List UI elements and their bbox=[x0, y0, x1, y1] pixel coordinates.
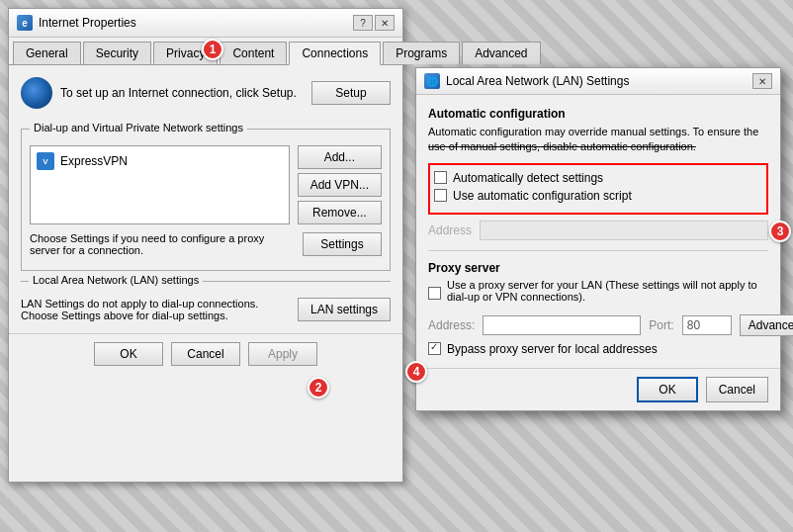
add-button[interactable]: Add... bbox=[298, 145, 382, 169]
window-controls: ? ✕ bbox=[353, 15, 395, 31]
bypass-label: Bypass proxy server for local addresses bbox=[447, 342, 658, 356]
lan-row: LAN Settings do not apply to dial-up con… bbox=[21, 298, 391, 321]
proxy-address-label: Address: bbox=[428, 318, 475, 332]
dialog-close-button[interactable]: ✕ bbox=[752, 73, 772, 89]
dialup-group-content: V ExpressVPN Add... Add VPN... Remove...… bbox=[22, 133, 390, 270]
dialog-footer: OK Cancel bbox=[416, 368, 780, 410]
vpn-list-row: V ExpressVPN Add... Add VPN... Remove... bbox=[30, 145, 382, 224]
lan-section: Local Area Network (LAN) settings LAN Se… bbox=[21, 281, 391, 321]
window-title: Internet Properties bbox=[39, 16, 136, 30]
auto-config-checkboxes: Automatically detect settings Use automa… bbox=[428, 163, 768, 215]
remove-button[interactable]: Remove... bbox=[298, 201, 382, 224]
bypass-row: Bypass proxy server for local addresses bbox=[428, 342, 768, 356]
cancel-button[interactable]: Cancel bbox=[171, 342, 240, 366]
auto-config-desc: Automatic configuration may override man… bbox=[428, 125, 768, 155]
vpn-icon: V bbox=[37, 152, 54, 170]
apply-button[interactable]: Apply bbox=[248, 342, 317, 366]
proxy-address-row: Address: Port: Advanced bbox=[428, 314, 768, 336]
setup-button[interactable]: Setup bbox=[311, 81, 391, 105]
badge-4: 4 bbox=[405, 361, 427, 383]
proxy-address-input[interactable] bbox=[483, 315, 641, 335]
auto-detect-label: Automatically detect settings bbox=[453, 171, 603, 185]
window-content: To set up an Internet connection, click … bbox=[9, 65, 402, 333]
address-label: Address bbox=[428, 223, 472, 237]
proxy-settings-button[interactable]: Settings bbox=[303, 232, 382, 256]
port-label: Port: bbox=[649, 318, 673, 332]
auto-detect-row: Automatically detect settings bbox=[434, 171, 762, 185]
internet-properties-window: e Internet Properties ? ✕ General Securi… bbox=[8, 8, 403, 483]
separator bbox=[428, 250, 768, 251]
dialog-ok-button[interactable]: OK bbox=[637, 377, 697, 402]
address-input[interactable] bbox=[480, 221, 768, 240]
dialog-title: Local Area Network (LAN) Settings bbox=[446, 74, 629, 88]
auto-config-title: Automatic configuration bbox=[428, 107, 768, 121]
auto-script-checkbox[interactable] bbox=[434, 189, 447, 202]
lan-settings-dialog: 🌐 Local Area Network (LAN) Settings ✕ Au… bbox=[415, 67, 781, 411]
dialog-titlebar: 🌐 Local Area Network (LAN) Settings ✕ bbox=[416, 68, 780, 95]
setup-left: To set up an Internet connection, click … bbox=[21, 77, 297, 109]
lan-section-title: Local Area Network (LAN) settings bbox=[29, 274, 203, 286]
badge-3: 3 bbox=[769, 221, 791, 242]
auto-detect-checkbox[interactable] bbox=[434, 171, 447, 184]
bypass-checkbox[interactable] bbox=[428, 342, 441, 355]
add-vpn-button[interactable]: Add VPN... bbox=[298, 173, 382, 197]
dialup-group: Dial-up and Virtual Private Network sett… bbox=[21, 129, 391, 271]
dialog-content: Automatic configuration Automatic config… bbox=[416, 95, 780, 368]
auto-script-row: Use automatic configuration script bbox=[434, 189, 762, 203]
dialup-group-label: Dial-up and Virtual Private Network sett… bbox=[30, 122, 247, 133]
proxy-title: Proxy server bbox=[428, 261, 768, 275]
tab-connections[interactable]: Connections bbox=[289, 42, 381, 65]
proxy-checkbox[interactable] bbox=[428, 287, 441, 300]
help-button[interactable]: ? bbox=[353, 15, 373, 31]
vpn-item: V ExpressVPN bbox=[35, 150, 285, 172]
dialog-cancel-button[interactable]: Cancel bbox=[706, 377, 768, 402]
badge-1: 1 bbox=[202, 39, 223, 60]
vpn-item-label: ExpressVPN bbox=[60, 154, 128, 168]
tab-general[interactable]: General bbox=[13, 42, 81, 64]
proxy-desc: Use a proxy server for your LAN (These s… bbox=[447, 279, 768, 303]
vpn-listbox[interactable]: V ExpressVPN bbox=[30, 145, 290, 224]
port-input[interactable] bbox=[682, 315, 732, 335]
title-left: e Internet Properties bbox=[17, 15, 136, 31]
address-row: Address bbox=[428, 221, 768, 240]
ie-icon: e bbox=[17, 15, 33, 31]
dialog-title-left: 🌐 Local Area Network (LAN) Settings bbox=[424, 73, 629, 89]
auto-script-label: Use automatic configuration script bbox=[453, 189, 632, 203]
lan-description: LAN Settings do not apply to dial-up con… bbox=[21, 298, 290, 321]
proxy-checkbox-row: Use a proxy server for your LAN (These s… bbox=[428, 279, 768, 309]
proxy-settings-text: Choose Settings if you need to configure… bbox=[30, 232, 295, 256]
ok-button[interactable]: OK bbox=[94, 342, 163, 366]
setup-text: To set up an Internet connection, click … bbox=[60, 86, 297, 100]
tab-programs[interactable]: Programs bbox=[383, 42, 460, 64]
lan-settings-button[interactable]: LAN settings bbox=[298, 298, 391, 321]
window-footer: OK Cancel Apply bbox=[9, 333, 402, 374]
close-button[interactable]: ✕ bbox=[375, 15, 395, 31]
vpn-buttons: Add... Add VPN... Remove... bbox=[298, 145, 382, 224]
proxy-section: Proxy server Use a proxy server for your… bbox=[428, 261, 768, 356]
auto-config-section: Automatic configuration Automatic config… bbox=[428, 107, 768, 240]
window-titlebar: e Internet Properties ? ✕ bbox=[9, 9, 402, 38]
setup-row: To set up an Internet connection, click … bbox=[21, 77, 391, 117]
advanced-button[interactable]: Advanced bbox=[740, 314, 793, 336]
strikethrough-text: use of manual settings, disable automati… bbox=[428, 140, 696, 152]
badge-2: 2 bbox=[308, 377, 329, 399]
tab-security[interactable]: Security bbox=[83, 42, 151, 64]
tab-content[interactable]: Content bbox=[220, 42, 287, 64]
globe-icon bbox=[21, 77, 52, 109]
lan-icon: 🌐 bbox=[424, 73, 440, 89]
tab-advanced[interactable]: Advanced bbox=[462, 42, 540, 64]
